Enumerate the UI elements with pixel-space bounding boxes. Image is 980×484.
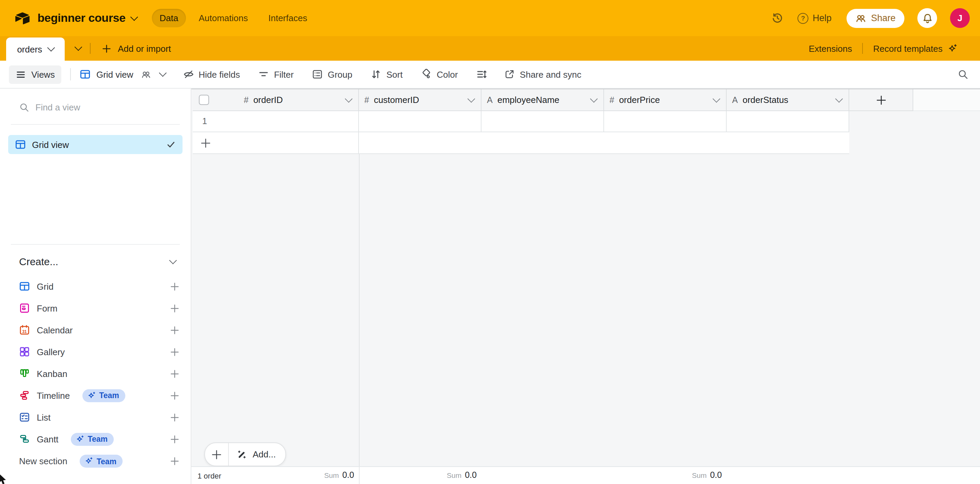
sidebar-create-gantt[interactable]: Gantt Team <box>0 428 191 450</box>
group-button[interactable]: Group <box>312 69 352 80</box>
number-field-icon: # <box>364 95 369 105</box>
plus-icon[interactable] <box>170 369 180 379</box>
plus-icon[interactable] <box>170 456 180 466</box>
cell-employeeName[interactable] <box>482 111 604 132</box>
plus-icon[interactable] <box>170 434 180 444</box>
column-header-orderStatus[interactable]: A orderStatus <box>727 89 849 111</box>
share-and-sync-button[interactable]: Share and sync <box>504 69 582 80</box>
workspace-chevron-down-icon[interactable] <box>130 13 138 21</box>
plus-icon[interactable] <box>170 325 180 335</box>
list-icon <box>19 412 30 423</box>
extensions-button[interactable]: Extensions <box>807 43 854 54</box>
airtable-logo-icon[interactable] <box>14 11 31 25</box>
add-row-plus-icon[interactable] <box>193 137 211 148</box>
color-button[interactable]: Color <box>421 69 458 80</box>
sum-orderPrice[interactable]: Sum0.0 <box>604 467 722 484</box>
number-field-icon: # <box>244 95 248 105</box>
plus-icon[interactable] <box>170 281 180 291</box>
plus-icon[interactable] <box>170 347 180 357</box>
plus-icon[interactable] <box>170 390 180 401</box>
field-chevron-down-icon[interactable] <box>468 95 476 102</box>
filter-button[interactable]: Filter <box>258 69 294 80</box>
team-badge: Team <box>82 389 125 402</box>
tabrow-right: Extensions Record templates <box>807 36 980 61</box>
notifications-button[interactable] <box>917 8 937 28</box>
kanban-icon <box>19 368 30 379</box>
ai-add-button[interactable]: Add... <box>229 449 285 460</box>
divider <box>862 43 863 54</box>
add-record-pill: Add... <box>204 442 286 466</box>
add-row[interactable] <box>193 132 849 154</box>
tab-interfaces[interactable]: Interfaces <box>261 9 315 27</box>
bell-icon <box>922 13 933 24</box>
share-label: Share <box>871 13 896 23</box>
form-icon <box>19 303 30 313</box>
sidebar-create-new-section[interactable]: New section Team <box>0 450 191 473</box>
sum-customerID[interactable]: Sum0.0 <box>359 467 477 484</box>
topbar-right: ? Help Share J <box>772 8 970 28</box>
workspace-title[interactable]: beginner course <box>37 11 126 25</box>
sort-icon <box>371 69 382 80</box>
help-button[interactable]: ? Help <box>797 13 832 24</box>
plus-icon[interactable] <box>170 303 180 313</box>
column-header-customerID[interactable]: # customerID <box>359 89 482 111</box>
share-people-icon <box>855 13 866 24</box>
help-icon: ? <box>797 13 808 24</box>
cell-orderPrice[interactable] <box>604 111 727 132</box>
gallery-icon <box>19 346 30 357</box>
tab-automations[interactable]: Automations <box>191 9 255 27</box>
sidebar-create-form[interactable]: Form <box>0 297 191 319</box>
divider <box>11 124 180 125</box>
column-header-orderPrice[interactable]: # orderPrice <box>604 89 727 111</box>
field-chevron-down-icon[interactable] <box>345 95 353 102</box>
view-item-label: Grid view <box>32 139 160 150</box>
table-list-chevron-button[interactable] <box>67 36 90 61</box>
row-height-button[interactable] <box>476 69 487 80</box>
sidebar-create-timeline[interactable]: Timeline Team <box>0 385 191 406</box>
find-view-input[interactable] <box>35 102 180 112</box>
table-chevron-down-icon <box>47 44 55 52</box>
sidebar-create-grid[interactable]: Grid <box>0 275 191 297</box>
column-header-orderID[interactable]: # orderID <box>193 89 359 111</box>
hide-fields-button[interactable]: Hide fields <box>183 69 240 80</box>
cell-customerID[interactable] <box>359 111 482 132</box>
record-templates-button[interactable]: Record templates <box>871 43 959 54</box>
column-separator <box>359 154 360 467</box>
add-or-import-button[interactable]: Add or import <box>92 36 180 61</box>
select-all-checkbox[interactable] <box>199 95 209 105</box>
add-record-plus-button[interactable] <box>205 443 228 466</box>
search-icon[interactable] <box>958 69 969 80</box>
field-chevron-down-icon[interactable] <box>590 95 598 102</box>
divider <box>70 68 71 80</box>
field-chevron-down-icon[interactable] <box>713 95 721 102</box>
sidebar-create-list[interactable]: List <box>0 406 191 428</box>
history-icon[interactable] <box>772 12 783 24</box>
column-header-employeeName[interactable]: A employeeName <box>482 89 604 111</box>
menu-icon <box>16 69 26 80</box>
add-field-button[interactable] <box>849 89 913 111</box>
share-button[interactable]: Share <box>846 8 904 28</box>
plus-icon[interactable] <box>170 412 180 422</box>
table-tab-orders[interactable]: orders <box>6 37 65 61</box>
sum-orderID[interactable]: Sum0.0 <box>193 467 354 484</box>
current-view-button[interactable]: Grid view <box>80 69 165 80</box>
sidebar-create-calendar[interactable]: 31 Calendar <box>0 319 191 341</box>
filter-icon <box>258 69 269 80</box>
create-heading-row[interactable]: Create... <box>0 245 191 275</box>
table-row[interactable]: 1 <box>193 111 849 132</box>
sidebar-create-gallery[interactable]: Gallery <box>0 341 191 363</box>
views-sidebar: Grid view Create... Grid Form <box>0 89 191 484</box>
eye-off-icon <box>183 69 194 80</box>
sidebar-item-grid-view[interactable]: Grid view <box>8 135 183 154</box>
sort-button[interactable]: Sort <box>371 69 403 80</box>
group-icon <box>312 69 323 80</box>
plus-icon <box>102 43 112 54</box>
cell-orderStatus[interactable] <box>727 111 849 132</box>
avatar[interactable]: J <box>950 8 970 28</box>
views-button[interactable]: Views <box>9 65 62 83</box>
tab-data[interactable]: Data <box>152 9 186 27</box>
row-number: 1 <box>193 117 207 126</box>
svg-text:31: 31 <box>22 329 27 334</box>
field-chevron-down-icon[interactable] <box>835 95 843 102</box>
sidebar-create-kanban[interactable]: Kanban <box>0 363 191 385</box>
